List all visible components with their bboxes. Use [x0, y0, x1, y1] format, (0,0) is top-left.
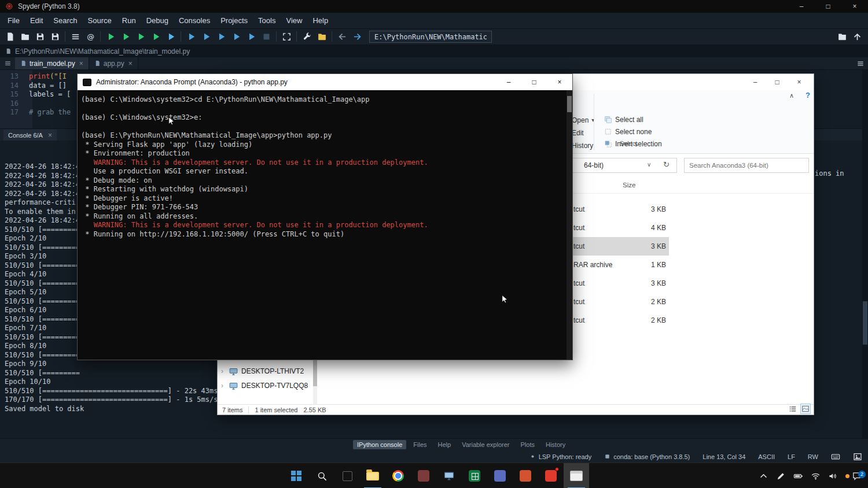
explorer-close-button[interactable]: ×	[788, 74, 810, 90]
step-into-button[interactable]	[214, 29, 229, 43]
thumbnail-view-button[interactable]	[801, 404, 810, 413]
chrome-button[interactable]	[385, 463, 411, 488]
scrollbar-thumb[interactable]	[863, 301, 867, 345]
continue-button[interactable]	[244, 29, 259, 43]
app-maroon-button[interactable]	[411, 463, 436, 488]
search-input[interactable]	[684, 158, 809, 173]
pane-tab-history[interactable]: History	[542, 440, 569, 449]
help-icon[interactable]: ?	[806, 91, 810, 99]
ribbon-select-all-button[interactable]: Select all	[604, 116, 643, 124]
browse-directory-button[interactable]	[834, 29, 849, 43]
parent-directory-button[interactable]	[849, 29, 865, 43]
close-tab-icon[interactable]: ×	[128, 60, 133, 68]
run-cell-advance-button[interactable]	[133, 29, 148, 43]
find-symbols-button[interactable]	[83, 29, 98, 43]
working-directory-input[interactable]	[369, 31, 492, 43]
cmd-minimize-button[interactable]: –	[496, 74, 521, 90]
pane-tab-ipython-console[interactable]: IPython console	[353, 440, 406, 449]
app-gray-button[interactable]	[436, 463, 462, 488]
start-button[interactable]	[284, 463, 309, 488]
menu-consoles[interactable]: Consoles	[174, 14, 215, 27]
menu-edit[interactable]: Edit	[25, 14, 48, 27]
network-icon[interactable]	[809, 469, 822, 483]
menu-search[interactable]: Search	[48, 14, 82, 27]
explorer-maximize-button[interactable]: □	[766, 74, 788, 90]
file-switcher-button[interactable]	[68, 29, 83, 43]
cmd-maximize-button[interactable]: □	[521, 74, 547, 90]
save-button[interactable]	[32, 29, 47, 43]
browse-tabs-button[interactable]	[0, 57, 15, 69]
expander-icon[interactable]: ›	[221, 367, 226, 375]
excel-button[interactable]	[462, 463, 487, 488]
editor-tab-train-model-py[interactable]: train_model.py ×	[15, 57, 89, 69]
tree-item-desktop-tv7lqq8[interactable]: ›DESKTOP-TV7LQQ8	[221, 379, 308, 393]
back-button[interactable]	[334, 29, 350, 43]
menu-projects[interactable]: Projects	[215, 14, 253, 27]
console-tab[interactable]: Console 6/A ×	[3, 130, 57, 141]
preferences-button[interactable]	[299, 29, 314, 43]
new-file-button[interactable]	[2, 29, 17, 43]
app-orange-button[interactable]	[513, 463, 538, 488]
step-over-button[interactable]	[198, 29, 214, 43]
pane-tab-plots[interactable]: Plots	[516, 440, 538, 449]
tab-options-icon[interactable]	[853, 57, 868, 69]
anaconda-prompt-task-button[interactable]	[564, 463, 589, 488]
close-console-icon[interactable]: ×	[48, 131, 52, 139]
image-icon[interactable]	[853, 452, 862, 461]
file-explorer-button[interactable]	[360, 463, 385, 488]
run-selection-button[interactable]	[163, 29, 178, 43]
pen-icon[interactable]	[774, 469, 788, 483]
run-cell-button[interactable]	[118, 29, 133, 43]
column-header-size[interactable]: Size	[623, 182, 635, 188]
battery-icon[interactable]	[792, 469, 805, 483]
editor-tab-app-py[interactable]: app.py ×	[89, 57, 138, 69]
keyboard-icon[interactable]	[831, 452, 840, 461]
maximize-pane-button[interactable]	[279, 29, 294, 43]
pythonpath-button[interactable]	[314, 29, 329, 43]
pane-tab-variable-explorer[interactable]: Variable explorer	[458, 440, 513, 449]
close-button[interactable]: ×	[841, 0, 868, 13]
run-file-button[interactable]	[103, 29, 118, 43]
stop-debug-button[interactable]	[259, 29, 274, 43]
open-file-button[interactable]	[17, 29, 32, 43]
editor-scrollbar[interactable]	[862, 70, 868, 438]
refresh-icon[interactable]: ↻	[663, 160, 670, 169]
menu-file[interactable]: File	[2, 14, 25, 27]
ribbon-group-label: Select	[597, 140, 660, 147]
search-button[interactable]	[309, 463, 334, 488]
maximize-button[interactable]: □	[815, 0, 841, 13]
close-tab-icon[interactable]: ×	[79, 60, 83, 68]
hidden-icons-button[interactable]	[757, 469, 770, 483]
menu-source[interactable]: Source	[83, 14, 117, 27]
menu-debug[interactable]: Debug	[141, 14, 174, 27]
details-view-button[interactable]	[788, 404, 797, 413]
cmd-scrollbar[interactable]	[567, 90, 572, 360]
tree-item-desktop-lthivt2[interactable]: ›DESKTOP-LTHIVT2	[221, 364, 304, 378]
minimize-button[interactable]: –	[788, 0, 815, 13]
debug-file-button[interactable]	[183, 29, 198, 43]
menu-run[interactable]: Run	[117, 14, 141, 27]
cmd-scrollbar-thumb[interactable]	[567, 96, 572, 112]
step-return-button[interactable]	[229, 29, 244, 43]
collapse-ribbon-icon[interactable]: ∧	[789, 92, 794, 99]
explorer-minimize-button[interactable]: –	[744, 74, 766, 90]
save-all-button[interactable]	[47, 29, 62, 43]
pane-tab-files[interactable]: Files	[409, 440, 431, 449]
task-view-button[interactable]	[334, 463, 360, 488]
file-size: 3 KB	[651, 205, 666, 213]
menu-tools[interactable]: Tools	[253, 14, 281, 27]
expander-icon[interactable]: ›	[221, 382, 226, 390]
rerun-cell-button[interactable]	[148, 29, 163, 43]
app-red-button[interactable]	[538, 463, 564, 488]
cmd-close-button[interactable]: ×	[547, 74, 572, 90]
volume-icon[interactable]	[826, 469, 840, 483]
app-blue-button[interactable]	[487, 463, 513, 488]
menu-view[interactable]: View	[281, 14, 307, 27]
terminal-output[interactable]: (base) C:\Windows\system32>cd E:\PythonR…	[78, 90, 567, 360]
ribbon-select-none-button[interactable]: Select none	[604, 128, 652, 136]
pane-tab-help[interactable]: Help	[434, 440, 455, 449]
action-center-button[interactable]: 2	[844, 469, 863, 483]
forward-button[interactable]	[350, 29, 365, 43]
address-dropdown-icon[interactable]: ∨	[647, 161, 651, 168]
menu-help[interactable]: Help	[307, 14, 333, 27]
